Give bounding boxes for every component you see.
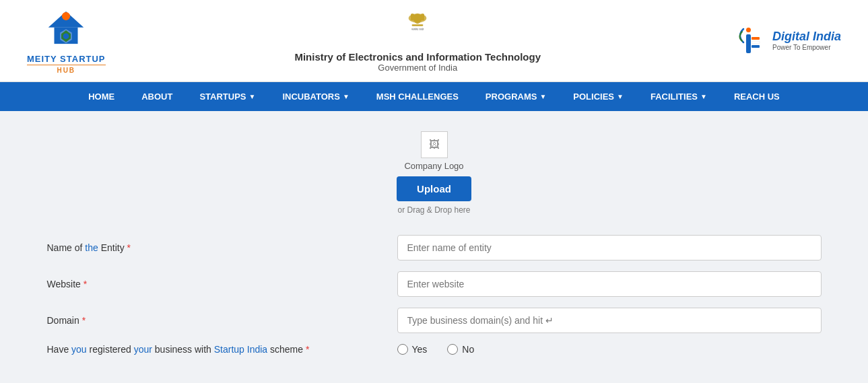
meity-logo-text: MEITY STARTUP HUB — [27, 54, 106, 75]
startup-india-label: Have you registered your business with S… — [47, 344, 397, 355]
nav-startups-label: STARTUPS — [199, 92, 246, 102]
website-required: * — [84, 279, 87, 289]
svg-point-5 — [63, 33, 69, 39]
nav-incubators[interactable]: INCUBATORS ▼ — [269, 82, 362, 111]
nav-incubators-label: INCUBATORS — [282, 92, 339, 102]
gov-name: Government of India — [294, 63, 541, 73]
nav-msh[interactable]: MSH CHALLENGES — [363, 82, 472, 111]
nav-policies-caret: ▼ — [617, 93, 624, 100]
nav-reach-us[interactable]: REACH US — [721, 82, 793, 111]
nav-programs[interactable]: PROGRAMS ▼ — [472, 82, 560, 111]
svg-point-2 — [62, 12, 70, 20]
svg-rect-18 — [746, 28, 751, 32]
main-content: 🖼 Company Logo Upload or Drag & Drop her… — [0, 111, 868, 383]
digital-india-icon — [730, 22, 767, 59]
meity-logo: MEITY STARTUP HUB — [27, 7, 106, 75]
form-container: 🖼 Company Logo Upload or Drag & Drop her… — [47, 131, 822, 355]
svg-rect-8 — [411, 14, 414, 21]
upload-button[interactable]: Upload — [397, 176, 471, 201]
nav-programs-label: PROGRAMS — [486, 92, 537, 102]
nav-policies-label: POLICIES — [573, 92, 614, 102]
svg-rect-20 — [752, 37, 760, 40]
nav-startups[interactable]: STARTUPS ▼ — [186, 82, 269, 111]
nav-msh-label: MSH CHALLENGES — [376, 92, 459, 102]
navbar: HOME ABOUT STARTUPS ▼ INCUBATORS ▼ MSH C… — [0, 82, 868, 111]
broken-image-icon: 🖼 — [429, 139, 440, 151]
startup-india-row: Have you registered your business with S… — [47, 344, 822, 355]
no-radio[interactable] — [447, 344, 458, 355]
nav-startups-caret: ▼ — [249, 93, 256, 100]
website-label: Website * — [47, 279, 397, 289]
domain-label: Domain * — [47, 315, 397, 326]
svg-text:सत्यमेव जयते: सत्यमेव जयते — [411, 28, 424, 32]
startup-india-radio-group: Yes No — [397, 344, 822, 355]
svg-rect-21 — [752, 41, 760, 44]
nav-reach-us-label: REACH US — [734, 92, 780, 102]
yes-radio[interactable] — [397, 344, 408, 355]
di-sublabel: Power To Empower — [772, 44, 841, 51]
upload-section: 🖼 Company Logo Upload or Drag & Drop her… — [47, 131, 822, 215]
nav-facilities-caret: ▼ — [700, 93, 707, 100]
nav-facilities[interactable]: FACILITIES ▼ — [637, 82, 721, 111]
startup-india-required: * — [306, 344, 309, 355]
no-label: No — [462, 344, 474, 355]
meity-logo-section: MEITY STARTUP HUB — [27, 7, 106, 75]
meity-line2: HUB — [27, 65, 106, 75]
ashoka-emblem-icon: सत्यमेव जयते — [401, 8, 434, 48]
no-radio-label[interactable]: No — [447, 344, 474, 355]
startup-india-highlight: Startup India — [214, 344, 267, 355]
svg-rect-22 — [752, 45, 760, 48]
website-input[interactable] — [397, 271, 822, 297]
company-logo-label: Company Logo — [404, 161, 463, 171]
nav-home[interactable]: HOME — [75, 82, 128, 111]
nav-programs-caret: ▼ — [539, 93, 546, 100]
header-center: सत्यमेव जयते Ministry of Electronics and… — [294, 8, 541, 73]
website-row: Website * — [47, 271, 822, 297]
meity-line1: MEITY STARTUP — [27, 54, 106, 65]
you-highlight: you — [71, 344, 87, 355]
drag-drop-text: or Drag & Drop here — [397, 205, 470, 215]
domain-input[interactable] — [397, 308, 822, 333]
header: MEITY STARTUP HUB — [0, 0, 868, 82]
domain-row: Domain * — [47, 308, 822, 333]
your-highlight: your — [134, 344, 152, 355]
nav-about-label: ABOUT — [141, 92, 172, 102]
gov-emblem: सत्यमेव जयते — [294, 8, 541, 51]
entity-required: * — [127, 242, 131, 253]
domain-required: * — [82, 315, 86, 326]
logo-preview: 🖼 — [421, 131, 448, 158]
entity-name-row: Name of the Entity * — [47, 235, 822, 260]
nav-incubators-caret: ▼ — [343, 93, 349, 100]
digital-india-logo: Digital India Power To Empower — [730, 22, 841, 59]
nav-facilities-label: FACILITIES — [650, 92, 698, 102]
entity-name-input[interactable] — [397, 235, 822, 260]
svg-rect-9 — [421, 14, 424, 21]
meity-logo-icon — [42, 7, 90, 54]
entity-highlight: the — [85, 242, 98, 253]
header-right: Digital India Power To Empower — [730, 22, 841, 59]
entity-name-label: Name of the Entity * — [47, 242, 397, 253]
nav-about[interactable]: ABOUT — [128, 82, 186, 111]
form-fields: Name of the Entity * Website * Domain * — [47, 235, 822, 355]
yes-radio-label[interactable]: Yes — [397, 344, 428, 355]
di-label: Digital India — [772, 30, 841, 44]
svg-rect-16 — [412, 24, 424, 26]
yes-label: Yes — [412, 344, 428, 355]
nav-home-label: HOME — [88, 92, 114, 102]
ministry-name: Ministry of Electronics and Information … — [294, 51, 541, 63]
svg-rect-19 — [746, 34, 751, 53]
nav-policies[interactable]: POLICIES ▼ — [560, 82, 637, 111]
digital-india-text: Digital India Power To Empower — [772, 30, 841, 51]
